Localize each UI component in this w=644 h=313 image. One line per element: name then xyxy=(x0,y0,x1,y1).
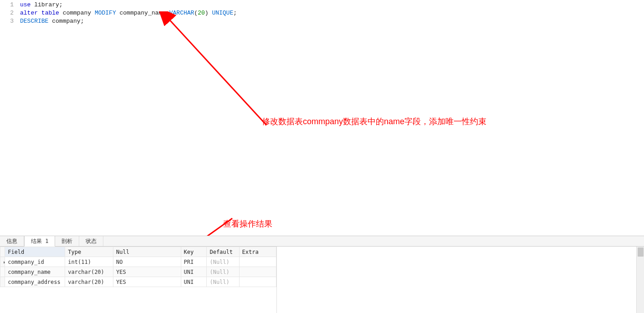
col-key[interactable]: Key xyxy=(181,247,207,257)
cell-key[interactable]: UNI xyxy=(181,277,207,287)
cell-type[interactable]: int(11) xyxy=(65,257,113,267)
row-indicator[interactable]: ▸ xyxy=(0,257,5,267)
result-tabs: 信息 结果 1 剖析 状态 xyxy=(0,236,644,247)
code-content[interactable]: use library; xyxy=(20,1,644,9)
cell-null[interactable]: YES xyxy=(113,277,181,287)
line-number: 2 xyxy=(0,9,20,17)
svg-line-0 xyxy=(168,18,266,125)
code-area[interactable]: 1use library;2alter table commpany MODIF… xyxy=(0,0,644,25)
row-indicator[interactable] xyxy=(0,267,5,277)
cell-key[interactable]: UNI xyxy=(181,267,207,277)
code-content[interactable]: alter table commpany MODIFY commpany_nam… xyxy=(20,9,644,17)
cell-type[interactable]: varchar(20) xyxy=(65,267,113,277)
tab-profile[interactable]: 剖析 xyxy=(55,236,79,246)
annotation-text-1: 修改数据表commpany数据表中的name字段，添加唯一性约束 xyxy=(262,116,486,127)
cell-extra[interactable] xyxy=(239,257,276,267)
cell-null[interactable]: YES xyxy=(113,267,181,277)
grid-header-row: Field Type Null Key Default Extra xyxy=(0,247,276,257)
code-line[interactable]: 3DESCRIBE commpany; xyxy=(0,17,644,25)
annotation-text-2: 查看操作结果 xyxy=(223,218,272,229)
code-line[interactable]: 1use library; xyxy=(0,1,644,9)
cell-field[interactable]: commpany_address xyxy=(5,277,65,287)
code-content[interactable]: DESCRIBE commpany; xyxy=(20,17,644,25)
sql-editor[interactable]: 1use library;2alter table commpany MODIF… xyxy=(0,0,644,236)
col-extra[interactable]: Extra xyxy=(239,247,276,257)
tab-result-1[interactable]: 结果 1 xyxy=(24,236,55,247)
result-grid[interactable]: Field Type Null Key Default Extra ▸commp… xyxy=(0,247,276,287)
cell-key[interactable]: PRI xyxy=(181,257,207,267)
tab-status[interactable]: 状态 xyxy=(79,236,103,246)
line-number: 1 xyxy=(0,1,20,9)
vertical-scrollbar[interactable] xyxy=(636,247,644,313)
result-pane: Field Type Null Key Default Extra ▸commp… xyxy=(0,247,644,313)
scrollbar-thumb[interactable] xyxy=(638,247,644,257)
grid-indicator-header xyxy=(0,247,5,257)
col-field[interactable]: Field xyxy=(5,247,65,257)
line-number: 3 xyxy=(0,17,20,25)
cell-extra[interactable] xyxy=(239,277,276,287)
col-type[interactable]: Type xyxy=(65,247,113,257)
cell-type[interactable]: varchar(20) xyxy=(65,277,113,287)
cell-default[interactable]: (Null) xyxy=(207,267,239,277)
cell-null[interactable]: NO xyxy=(113,257,181,267)
row-indicator[interactable] xyxy=(0,277,5,287)
table-row[interactable]: commpany_addressvarchar(20)YESUNI(Null) xyxy=(0,277,276,287)
cell-field[interactable]: commpany_name xyxy=(5,267,65,277)
annotation-arrow-1 xyxy=(155,11,273,134)
cell-field[interactable]: commpany_id xyxy=(5,257,65,267)
annotation-arrow-2 xyxy=(155,214,241,236)
col-default[interactable]: Default xyxy=(207,247,239,257)
code-line[interactable]: 2alter table commpany MODIFY commpany_na… xyxy=(0,9,644,17)
cell-extra[interactable] xyxy=(239,267,276,277)
table-row[interactable]: commpany_namevarchar(20)YESUNI(Null) xyxy=(0,267,276,277)
cell-default[interactable]: (Null) xyxy=(207,257,239,267)
col-null[interactable]: Null xyxy=(113,247,181,257)
table-row[interactable]: ▸commpany_idint(11)NOPRI(Null) xyxy=(0,257,276,267)
tab-info[interactable]: 信息 xyxy=(0,236,24,246)
svg-line-1 xyxy=(163,218,232,236)
cell-default[interactable]: (Null) xyxy=(207,277,239,287)
